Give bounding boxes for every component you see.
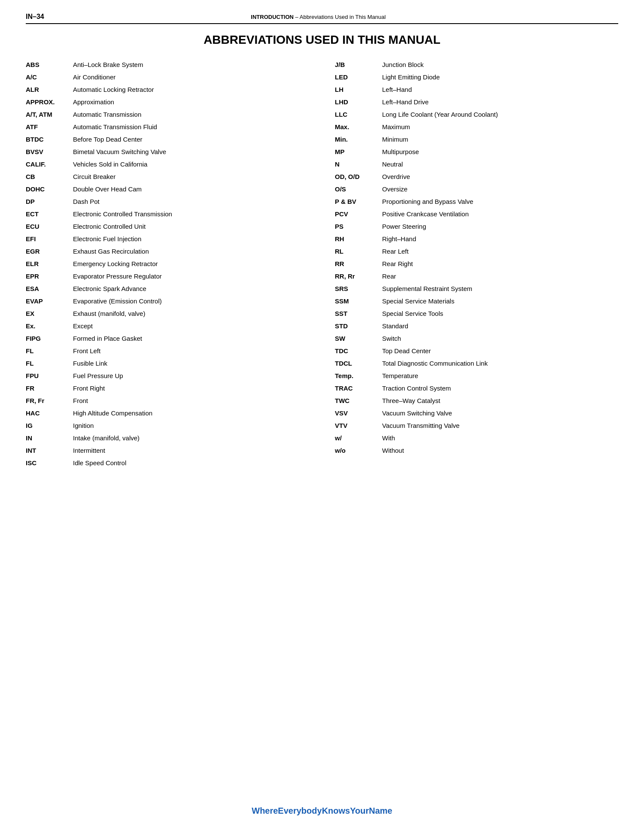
list-item: Min.Minimum [335,135,618,144]
abbrev-value: Vacuum Transmitting Valve [382,421,459,430]
abbreviations-table: ABSAnti–Lock Brake SystemA/CAir Conditio… [26,60,618,471]
list-item: A/CAir Conditioner [26,73,309,82]
abbrev-value: High Altitude Compensation [73,409,152,418]
list-item: OD, O/DOverdrive [335,172,618,181]
abbrev-key: Ex. [26,321,73,330]
list-item: HACHigh Altitude Compensation [26,409,309,418]
list-item: ECUElectronic Controlled Unit [26,222,309,231]
list-item: EFIElectronic Fuel Injection [26,234,309,243]
abbrev-value: Automatic Locking Retractor [73,85,154,94]
list-item: DPDash Pot [26,197,309,206]
abbrev-key: EVAP [26,297,73,306]
abbrev-value: Dash Pot [73,197,100,206]
abbrev-value: Left–Hand [382,85,412,94]
abbrev-value: Vehicles Sold in California [73,160,147,169]
abbrev-key: HAC [26,409,73,418]
list-item: MPMultipurpose [335,147,618,156]
abbrev-value: Maximum [382,122,410,131]
list-item: LHLeft–Hand [335,85,618,94]
list-item: ISCIdle Speed Control [26,458,309,467]
abbrev-key: TDCL [335,359,382,368]
abbrev-key: DOHC [26,185,73,194]
header-divider [26,23,618,24]
abbrev-key: SSM [335,297,382,306]
list-item: RHRight–Hand [335,234,618,243]
abbrev-value: Evaporative (Emission Control) [73,297,162,306]
list-item: SSTSpecial Service Tools [335,309,618,318]
abbrev-value: Junction Block [382,60,424,69]
abbrev-value: Minimum [382,135,408,144]
abbrev-key: ELR [26,259,73,268]
list-item: ABSAnti–Lock Brake System [26,60,309,69]
abbrev-key: LH [335,85,382,94]
abbrev-key: ISC [26,458,73,467]
list-item: SRSSupplemental Restraint System [335,284,618,293]
list-item: FLFusible Link [26,359,309,368]
abbrev-value: Front [73,396,88,405]
abbrev-key: ECT [26,209,73,218]
list-item: VSVVacuum Switching Valve [335,409,618,418]
list-item: NNeutral [335,160,618,169]
abbrev-value: Right–Hand [382,234,416,243]
abbrev-key: RL [335,247,382,256]
abbrev-key: BTDC [26,135,73,144]
abbrev-value: Ignition [73,421,94,430]
abbrev-value: Electronic Controlled Transmission [73,209,172,218]
list-item: Max.Maximum [335,122,618,131]
abbrev-key: ESA [26,284,73,293]
abbrev-key: LHD [335,97,382,106]
abbrev-value: Standard [382,321,408,330]
abbrev-key: RR, Rr [335,272,382,281]
abbrev-value: Fusible Link [73,359,107,368]
abbrev-value: Rear Right [382,259,413,268]
abbrev-value: Proportioning and Bypass Valve [382,197,473,206]
abbrev-value: Electronic Controlled Unit [73,222,146,231]
list-item: PSPower Steering [335,222,618,231]
footer-text: WhereEverybodyKnowsYourName [252,806,392,815]
list-item: w/With [335,433,618,442]
abbrev-value: Left–Hand Drive [382,97,428,106]
list-item: LHDLeft–Hand Drive [335,97,618,106]
abbrev-value: Rear Left [382,247,409,256]
list-item: ESAElectronic Spark Advance [26,284,309,293]
abbrev-key: SRS [335,284,382,293]
abbrev-value: Automatic Transmission [73,110,141,119]
list-item: EPREvaporator Pressure Regulator [26,272,309,281]
abbrev-key: CB [26,172,73,181]
abbrev-value: Supplemental Restraint System [382,284,472,293]
abbrev-value: Emergency Locking Retractor [73,259,158,268]
right-column: J/BJunction BlockLEDLight Emitting Diode… [335,60,618,471]
abbrev-value: Special Service Tools [382,309,443,318]
list-item: FLFront Left [26,346,309,355]
abbrev-key: PCV [335,209,382,218]
abbrev-key: MP [335,147,382,156]
abbrev-key: BVSV [26,147,73,156]
abbrev-key: A/T, ATM [26,110,73,119]
abbrev-value: Positive Crankcase Ventilation [382,209,469,218]
abbrev-key: N [335,160,382,169]
abbrev-key: RR [335,259,382,268]
list-item: ELREmergency Locking Retractor [26,259,309,268]
abbrev-value: Switch [382,334,401,343]
abbrev-value: Vacuum Switching Valve [382,409,452,418]
list-item: CBCircuit Breaker [26,172,309,181]
list-item: FR, FrFront [26,396,309,405]
list-item: O/SOversize [335,185,618,194]
list-item: w/oWithout [335,446,618,455]
abbrev-key: INT [26,446,73,455]
list-item: STDStandard [335,321,618,330]
abbrev-value: Long Life Coolant (Year Around Coolant) [382,110,498,119]
list-item: RRRear Right [335,259,618,268]
abbrev-key: APPROX. [26,97,73,106]
abbrev-key: ABS [26,60,73,69]
abbrev-value: Automatic Transmission Fluid [73,122,157,131]
abbrev-value: Electronic Spark Advance [73,284,146,293]
abbrev-value: Front Right [73,384,105,393]
abbrev-key: EGR [26,247,73,256]
abbrev-key: FPU [26,371,73,380]
list-item: RLRear Left [335,247,618,256]
abbrev-value: Special Service Materials [382,297,454,306]
list-item: TDCTop Dead Center [335,346,618,355]
abbrev-value: Except [73,321,93,330]
abbrev-key: EPR [26,272,73,281]
